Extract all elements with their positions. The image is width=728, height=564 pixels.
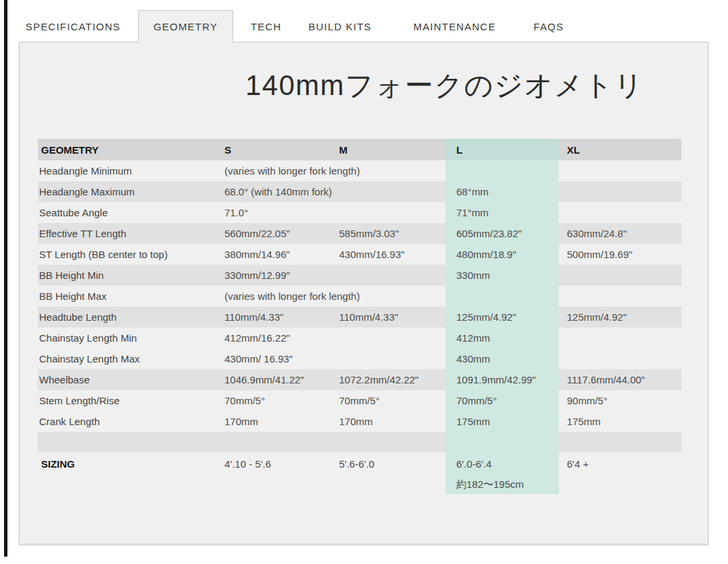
cell-s: (varies with longer fork length) [223,160,446,181]
cell-xl: 125mm/4.92" [559,307,681,327]
row-label: Headangle Minimum [38,160,223,181]
cell-l [446,160,559,181]
table-row: BB Height Max(varies with longer fork le… [38,286,681,307]
tab-geometry[interactable]: GEOMETRY [138,10,233,42]
scan-edge-artifact [4,0,7,557]
table-row: Stem Length/Rise70mm/5°70mm/5°70mm/5°90m… [38,390,681,411]
cell-m [338,348,446,369]
cell-l: 68°mm [446,181,559,202]
cell-s: 170mm [223,411,338,432]
column-header-xl: XL [559,139,681,160]
table-row: BB Height Min330mm/12.99"330mm [38,265,681,286]
table-row: 約182〜195cm [38,475,681,494]
cell-s: 1046.9mm/41.22" [223,369,338,390]
table-row: Effective TT Length560mm/22.05"585mm/3.0… [38,223,681,244]
row-label [38,475,223,494]
tab-maintenance[interactable]: MAINTENANCE [404,10,505,42]
cell-xl [559,327,681,348]
cell-m: 110mm/4.33" [338,307,446,327]
row-label: Stem Length/Rise [38,390,223,411]
cell-s: 330mm/12.99" [223,265,338,286]
cell-m: 5'.6-6'.0 [338,452,446,475]
column-header-m: M [338,139,446,160]
table-row: Chainstay Length Max430mm/ 16.93"430mm [38,348,681,369]
cell-xl [559,286,681,307]
column-header-geometry: GEOMETRY [38,139,223,160]
cell-l: 1091.9mm/42.99" [446,369,559,390]
cell-l: 605mm/23.82" [446,223,559,244]
page-title: 140mmフォークのジオメトリ [245,67,644,104]
cell-m: 585mm/3.03" [338,223,446,244]
row-label: Chainstay Length Max [38,348,223,369]
row-label: Chainstay Length Min [38,327,223,348]
tab-faqs[interactable]: FAQS [524,10,574,42]
cell-xl [559,475,681,494]
row-label: Headtube Length [38,307,223,327]
row-label: Headangle Maximum [38,181,223,202]
cell-s [223,432,338,452]
cell-m: 70mm/5° [338,390,446,411]
table-row: Headtube Length110mm/4.33"110mm/4.33"125… [38,307,681,327]
row-label: SIZING [38,452,223,475]
cell-m [338,327,446,348]
table-row [38,432,681,452]
cell-l: 71°mm [446,202,559,223]
row-label: Seattube Angle [38,202,223,223]
cell-l [446,432,559,452]
row-label: BB Height Min [38,265,223,286]
cell-l: 約182〜195cm [446,475,559,494]
row-label [38,432,223,452]
table-row: Wheelbase1046.9mm/41.22"1072.2mm/42.22"1… [38,369,681,390]
row-label: ST Length (BB center to top) [38,244,223,265]
table-row: Crank Length170mm170mm175mm175mm [38,411,681,432]
column-header-l: L [446,139,559,160]
cell-xl [559,181,681,202]
tab-build-kits[interactable]: BUILD KITS [299,10,382,42]
table-row: Chainstay Length Min412mm/16.22"412mm [38,327,681,348]
cell-xl [559,160,681,181]
cell-xl: 175mm [559,411,681,432]
cell-xl [559,432,681,452]
cell-l: 70mm/5° [446,390,559,411]
cell-l [446,286,559,307]
table-header-row: GEOMETRYSMLXL [38,139,681,160]
cell-m: 170mm [338,411,446,432]
cell-s: 412mm/16.22" [223,327,338,348]
table-row: Seattube Angle71.0°71°mm [38,202,681,223]
geometry-panel: 140mmフォークのジオメトリ GEOMETRYSMLXL Headangle … [19,42,708,544]
cell-xl: 630mm/24.8" [559,223,681,244]
cell-l: 330mm [446,265,559,286]
cell-xl: 90mm/5° [559,390,681,411]
cell-l: 6'.0-6'.4 [446,452,559,475]
cell-l: 175mm [446,411,559,432]
cell-l: 480mm/18.9" [446,244,559,265]
geometry-table-head: GEOMETRYSMLXL [38,139,681,160]
cell-s: 4'.10 - 5'.6 [223,452,338,475]
cell-s: (varies with longer fork length) [223,286,446,307]
cell-s: 110mm/4.33" [223,307,338,327]
cell-m [338,202,446,223]
cell-s [223,475,338,494]
column-header-s: S [223,139,338,160]
cell-l: 430mm [446,348,559,369]
cell-xl: 500mm/19.69" [559,244,681,265]
tab-tech[interactable]: TECH [241,10,291,42]
cell-l: 125mm/4.92" [446,307,559,327]
cell-m [338,432,446,452]
cell-m: 1072.2mm/42.22" [338,369,446,390]
cell-s: 68.0° (with 140mm fork) [223,181,446,202]
cell-xl: 1117.6mm/44.00" [559,369,681,390]
cell-xl [559,265,681,286]
cell-s: 70mm/5° [223,390,338,411]
table-row: Headangle Maximum68.0° (with 140mm fork)… [38,181,681,202]
tab-bar: SPECIFICATIONS GEOMETRY TECH BUILD KITS … [16,10,581,42]
cell-xl: 6'4 + [559,452,681,475]
table-row: ST Length (BB center to top)380mm/14.96"… [38,244,681,265]
cell-s: 380mm/14.96" [223,244,338,265]
cell-l: 412mm [446,327,559,348]
table-row: Headangle Minimum(varies with longer for… [38,160,681,181]
tab-specifications[interactable]: SPECIFICATIONS [16,10,130,42]
table-row: SIZING4'.10 - 5'.65'.6-6'.06'.0-6'.46'4 … [38,452,681,475]
cell-xl [559,202,681,223]
cell-s: 71.0° [223,202,338,223]
